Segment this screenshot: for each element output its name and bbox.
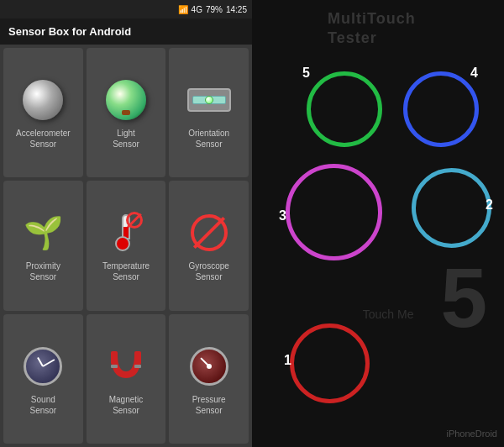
no-sign-slash bbox=[127, 213, 142, 229]
sensor-item-temperature[interactable]: TemperatureSensor bbox=[87, 181, 166, 310]
pressure-center bbox=[207, 364, 212, 369]
sensor-item-proximity[interactable]: 🌱 ProximitySensor bbox=[3, 181, 83, 310]
touch-circle-4[interactable] bbox=[403, 71, 479, 147]
gyroscope-icon bbox=[186, 210, 232, 255]
orientation-label: OrientationSensor bbox=[188, 128, 229, 150]
touch-number-1: 1 bbox=[284, 353, 291, 368]
clock-shape bbox=[24, 347, 62, 386]
right-panel: MultiTouch Tester 5 5 4 3 2 1 Touch Me i… bbox=[252, 0, 504, 447]
multitouch-label: MultiTouch bbox=[328, 10, 416, 27]
clock-minute-hand bbox=[43, 359, 55, 367]
app-title: Sensor Box for Android bbox=[0, 18, 252, 45]
no-circle bbox=[191, 214, 228, 251]
plant-shape: 🌱 bbox=[24, 214, 63, 251]
sensor-item-sound[interactable]: SoundSensor bbox=[3, 314, 83, 444]
temperature-icon bbox=[103, 210, 149, 255]
touch-number-2: 2 bbox=[486, 197, 493, 213]
left-panel: 📶 4G 79% 14:25 Sensor Box for Android Ac… bbox=[0, 0, 252, 447]
sound-icon bbox=[20, 344, 66, 389]
sphere-green-shape bbox=[106, 80, 146, 120]
therm-container bbox=[109, 212, 143, 254]
sensor-item-gyroscope[interactable]: GyroscopeSensor bbox=[169, 181, 249, 310]
brand-text: iPhoneDroid bbox=[446, 428, 497, 440]
sensor-item-light[interactable]: LightSensor bbox=[87, 48, 166, 177]
sensor-item-accelerometer[interactable]: AccelerometerSensor bbox=[3, 48, 83, 177]
magnetic-label: MagneticSensor bbox=[109, 394, 144, 416]
accelerometer-icon bbox=[20, 77, 66, 123]
big-number: 5 bbox=[440, 250, 487, 346]
level-bubble bbox=[205, 96, 213, 104]
pressure-icon bbox=[186, 344, 232, 389]
touch-number-4: 4 bbox=[470, 66, 478, 81]
battery-text: 79% bbox=[206, 5, 223, 14]
sensor-item-orientation[interactable]: OrientationSensor bbox=[169, 48, 249, 177]
orientation-icon bbox=[186, 77, 232, 123]
touch-circle-1[interactable] bbox=[290, 323, 370, 403]
no-sign-overlay bbox=[126, 212, 143, 229]
light-icon bbox=[103, 77, 149, 123]
sensor-grid: AccelerometerSensor LightSensor Orientat… bbox=[0, 45, 252, 447]
temperature-label: TemperatureSensor bbox=[102, 260, 150, 282]
touch-number-3: 3 bbox=[279, 208, 286, 224]
touch-circle-5[interactable] bbox=[307, 71, 382, 147]
touch-me-text: Touch Me bbox=[363, 308, 414, 321]
accelerometer-label: AccelerometerSensor bbox=[16, 128, 70, 150]
gyroscope-label: GyroscopeSensor bbox=[188, 260, 228, 282]
magnetic-icon bbox=[103, 344, 149, 389]
tester-label: Tester bbox=[328, 29, 377, 46]
pressure-shape bbox=[190, 347, 228, 386]
multitouch-title: MultiTouch Tester bbox=[328, 8, 454, 47]
proximity-icon: 🌱 bbox=[20, 210, 66, 255]
svg-rect-1 bbox=[134, 351, 141, 365]
svg-rect-0 bbox=[111, 351, 118, 365]
wifi-icon: 📶 bbox=[178, 5, 188, 14]
time-text: 14:25 bbox=[226, 5, 247, 14]
pressure-label: PressureSensor bbox=[192, 394, 226, 416]
touch-circle-2[interactable] bbox=[412, 168, 491, 248]
svg-rect-3 bbox=[134, 365, 141, 368]
magnet-svg bbox=[106, 346, 146, 387]
sensor-item-pressure[interactable]: PressureSensor bbox=[169, 314, 249, 444]
sensor-item-magnetic[interactable]: MagneticSensor bbox=[87, 314, 166, 444]
svg-rect-2 bbox=[111, 365, 118, 368]
sound-label: SoundSensor bbox=[29, 394, 56, 416]
signal-text: 4G bbox=[192, 5, 202, 14]
status-bar-right: 📶 4G 79% 14:25 bbox=[178, 5, 247, 14]
status-bar: 📶 4G 79% 14:25 bbox=[0, 0, 252, 18]
proximity-label: ProximitySensor bbox=[26, 260, 60, 282]
therm-bulb bbox=[115, 236, 130, 251]
no-slash bbox=[193, 217, 225, 249]
level-shape bbox=[187, 88, 231, 112]
sphere-silver-shape bbox=[23, 80, 63, 120]
touch-circle-3[interactable] bbox=[286, 164, 382, 260]
light-label: LightSensor bbox=[113, 128, 139, 150]
touch-number-5: 5 bbox=[302, 66, 310, 81]
